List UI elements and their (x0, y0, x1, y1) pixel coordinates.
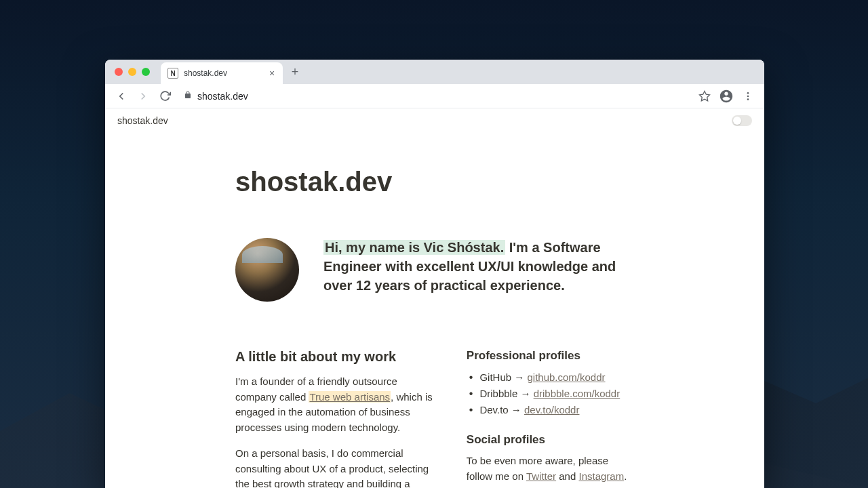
tab-favicon-icon: N (167, 68, 178, 79)
profiles-heading: Professional profiles (467, 349, 634, 363)
about-paragraph-1: I'm a founder of a friendly outsource co… (235, 374, 433, 435)
main-content: shostak.dev Hi, my name is Vic Shóstak. … (195, 133, 675, 488)
address-field[interactable]: shostak.dev (178, 91, 691, 102)
intro-highlight: Hi, my name is Vic Shóstak. (323, 240, 505, 255)
about-heading: A little bit about my work (235, 349, 433, 365)
tab-title: shostak.dev (184, 68, 261, 78)
dribbble-link[interactable]: dribbble.com/koddr (534, 388, 620, 399)
window-minimize-button[interactable] (128, 68, 136, 76)
social-heading: Social profiles (467, 433, 634, 447)
social-after: . (624, 470, 627, 482)
arrow-icon: → (514, 371, 524, 383)
social-text: To be even more aware, please follow me … (467, 453, 634, 484)
back-button[interactable] (113, 88, 130, 104)
page-title: shostak.dev (235, 167, 634, 197)
reload-button[interactable] (157, 88, 173, 104)
github-link[interactable]: github.com/koddr (527, 371, 605, 383)
columns: A little bit about my work I'm a founder… (235, 349, 634, 488)
arrow-icon: → (520, 388, 530, 399)
profile-avatar-icon[interactable] (718, 88, 734, 104)
svg-point-2 (747, 95, 749, 97)
window-close-button[interactable] (115, 68, 123, 76)
url-text: shostak.dev (197, 91, 248, 102)
intro-text: Hi, my name is Vic Shóstak. I'm a Softwa… (323, 238, 634, 295)
dark-mode-toggle[interactable] (732, 115, 752, 126)
profile-label: GitHub (479, 371, 511, 383)
svg-point-3 (747, 98, 749, 100)
breadcrumb[interactable]: shostak.dev (117, 115, 168, 126)
lock-icon (184, 91, 192, 101)
browser-menu-icon[interactable] (740, 88, 756, 104)
profile-label: Dev.to (479, 404, 508, 415)
arrow-icon: → (511, 404, 521, 415)
window-controls (111, 68, 155, 76)
tab-close-icon[interactable]: × (267, 68, 277, 79)
true-web-artisans-link[interactable]: True web artisans (309, 391, 391, 403)
notion-topbar: shostak.dev (105, 108, 764, 133)
browser-toolbar: shostak.dev (105, 84, 764, 108)
list-item: Dribbble → dribbble.com/koddr (469, 386, 634, 402)
list-item: GitHub → github.com/koddr (469, 369, 634, 386)
devto-link[interactable]: dev.to/koddr (524, 404, 579, 415)
bookmark-star-icon[interactable] (696, 88, 713, 104)
browser-window: N shostak.dev × + shostak.dev (105, 60, 764, 488)
window-maximize-button[interactable] (142, 68, 150, 76)
twitter-link[interactable]: Twitter (526, 470, 556, 482)
profiles-list: GitHub → github.com/koddr Dribbble → dri… (467, 369, 634, 418)
instagram-link[interactable]: Instagram (578, 470, 624, 482)
list-item: Dev.to → dev.to/koddr (469, 402, 634, 418)
forward-button[interactable] (135, 88, 151, 104)
column-left: A little bit about my work I'm a founder… (235, 349, 433, 488)
new-tab-button[interactable]: + (285, 62, 304, 81)
svg-point-1 (747, 92, 749, 94)
page-content: shostak.dev shostak.dev Hi, my name is V… (105, 108, 764, 488)
about-paragraph-2: On a personal basis, I do commercial con… (235, 446, 433, 488)
avatar (235, 238, 299, 302)
browser-tab-active[interactable]: N shostak.dev × (161, 62, 283, 84)
profile-label: Dribbble (479, 388, 517, 399)
column-right: Professional profiles GitHub → github.co… (467, 349, 634, 488)
browser-tab-bar: N shostak.dev × + (105, 60, 764, 84)
intro-section: Hi, my name is Vic Shóstak. I'm a Softwa… (235, 238, 634, 302)
social-mid: and (556, 470, 578, 482)
svg-marker-0 (700, 91, 710, 100)
